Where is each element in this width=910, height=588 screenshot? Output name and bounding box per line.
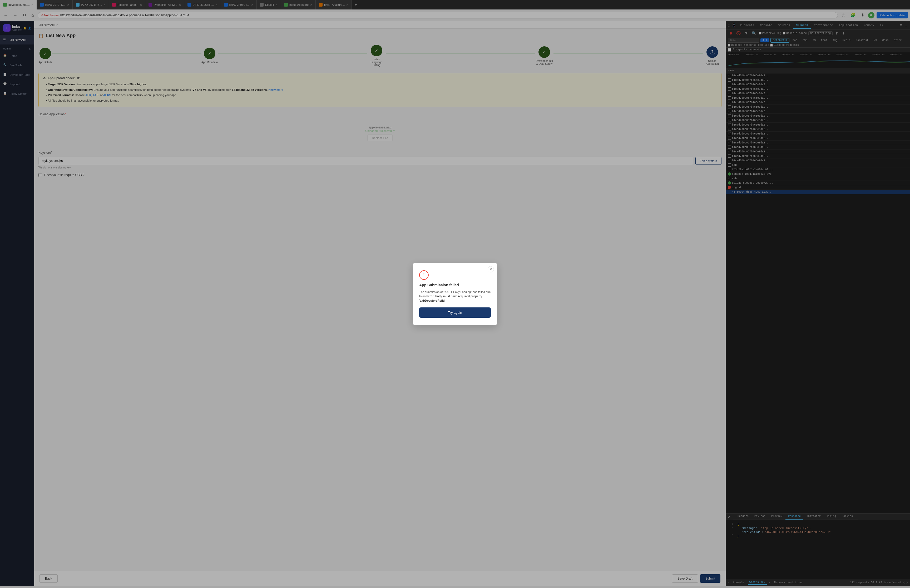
error-modal: ✕ ! App Submission failed The submission…	[413, 263, 497, 325]
modal-title: App Submission failed	[419, 283, 491, 287]
modal-overlay: ✕ ! App Submission failed The submission…	[0, 0, 910, 586]
modal-close-button[interactable]: ✕	[488, 266, 494, 272]
error-icon: !	[419, 270, 429, 280]
try-again-button[interactable]: Try again	[419, 307, 491, 318]
modal-body: The submission of "AAB HEavy Loading" ha…	[419, 290, 491, 303]
